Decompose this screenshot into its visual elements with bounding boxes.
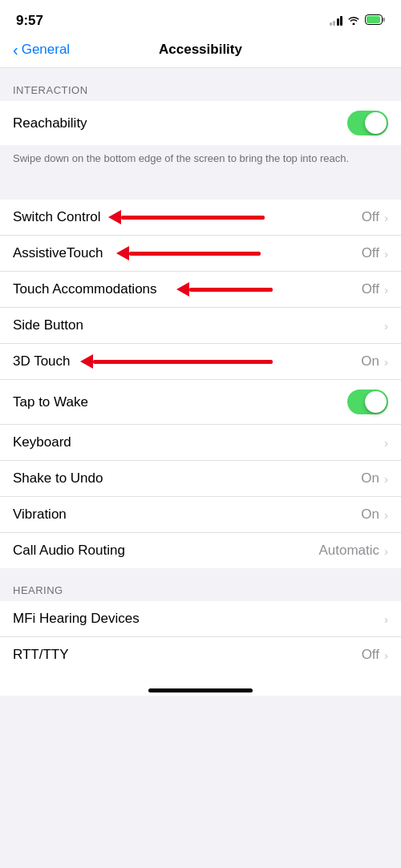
side-button-item[interactable]: Side Button › [0,308,401,344]
vibration-label: Vibration [13,507,361,523]
touch-accommodations-value: Off [362,281,379,297]
wifi-icon [347,14,360,28]
rtt-tty-label: RTT/TTY [13,647,362,663]
home-bar [148,688,253,692]
svg-rect-2 [367,16,380,23]
touch-accommodations-label: Touch Accommodations [13,281,362,297]
chevron-right-icon: › [384,436,388,450]
signal-icon [330,16,343,26]
reachability-group: Reachability [0,101,401,145]
switch-control-label: Switch Control [13,209,362,225]
status-time: 9:57 [16,13,43,29]
reachability-label: Reachability [13,115,347,131]
mfi-hearing-devices-item[interactable]: MFi Hearing Devices › [0,601,401,637]
back-label: General [22,42,70,58]
chevron-right-icon: › [384,355,388,369]
call-audio-routing-item[interactable]: Call Audio Routing Automatic › [0,533,401,568]
keyboard-item[interactable]: Keyboard › [0,425,401,461]
toggle-knob [365,391,387,413]
touch-accommodations-item[interactable]: Touch Accommodations Off › [0,272,401,308]
shake-to-undo-item[interactable]: Shake to Undo On › [0,461,401,497]
reachability-toggle[interactable] [347,111,388,135]
hearing-items-group: MFi Hearing Devices › RTT/TTY Off › [0,601,401,672]
keyboard-label: Keyboard [13,434,384,450]
mfi-hearing-devices-label: MFi Hearing Devices [13,611,384,627]
tap-to-wake-label: Tap to Wake [13,394,347,410]
page-title: Accessibility [159,42,242,58]
chevron-right-icon: › [384,319,388,333]
rtt-tty-value: Off [362,647,379,663]
rtt-tty-right: Off › [362,647,388,663]
chevron-right-icon: › [384,508,388,522]
vibration-right: On › [361,507,388,523]
chevron-left-icon: ‹ [13,42,18,58]
switch-control-value: Off [362,209,379,225]
3d-touch-value: On [361,353,379,369]
reachability-description: Swipe down on the bottom edge of the scr… [0,145,401,176]
3d-touch-item[interactable]: 3D Touch On › [0,344,401,380]
touch-accommodations-right: Off › [362,281,388,297]
interaction-section-header: INTERACTION [0,68,401,101]
toggle-knob [365,112,387,134]
shake-to-undo-value: On [361,470,379,486]
3d-touch-label: 3D Touch [13,353,361,369]
side-button-label: Side Button [13,317,384,333]
back-button[interactable]: ‹ General [13,42,70,58]
chevron-right-icon: › [384,283,388,297]
interaction-items-group: Switch Control Off › AssistiveTouch Off … [0,200,401,568]
call-audio-routing-right: Automatic › [318,543,388,559]
chevron-right-icon: › [384,612,388,626]
chevron-right-icon: › [384,247,388,260]
chevron-right-icon: › [384,648,388,662]
assistive-touch-label: AssistiveTouch [13,245,362,261]
tap-to-wake-toggle[interactable] [347,390,388,414]
chevron-right-icon: › [384,472,388,486]
status-icons [330,14,386,28]
battery-icon [365,14,385,28]
shake-to-undo-right: On › [361,470,388,486]
shake-to-undo-label: Shake to Undo [13,470,361,486]
chevron-right-icon: › [384,211,388,224]
switch-control-item[interactable]: Switch Control Off › [0,200,401,236]
rtt-tty-item[interactable]: RTT/TTY Off › [0,637,401,672]
nav-bar: ‹ General Accessibility [0,35,401,68]
mfi-hearing-devices-right: › [384,612,388,626]
vibration-item[interactable]: Vibration On › [0,497,401,533]
keyboard-right: › [384,436,388,450]
call-audio-routing-label: Call Audio Routing [13,543,318,559]
tap-to-wake-item[interactable]: Tap to Wake [0,380,401,425]
3d-touch-right: On › [361,353,388,369]
home-indicator [0,672,401,696]
switch-control-right: Off › [362,209,388,225]
assistive-touch-item[interactable]: AssistiveTouch Off › [0,236,401,272]
vibration-value: On [361,507,379,523]
assistive-touch-right: Off › [362,245,388,261]
reachability-item[interactable]: Reachability [0,101,401,145]
call-audio-routing-value: Automatic [318,543,379,559]
side-button-right: › [384,319,388,333]
svg-rect-1 [383,18,385,22]
status-bar: 9:57 [0,0,401,35]
assistive-touch-value: Off [362,245,379,261]
hearing-section-header: HEARING [0,568,401,601]
chevron-right-icon: › [384,544,388,558]
